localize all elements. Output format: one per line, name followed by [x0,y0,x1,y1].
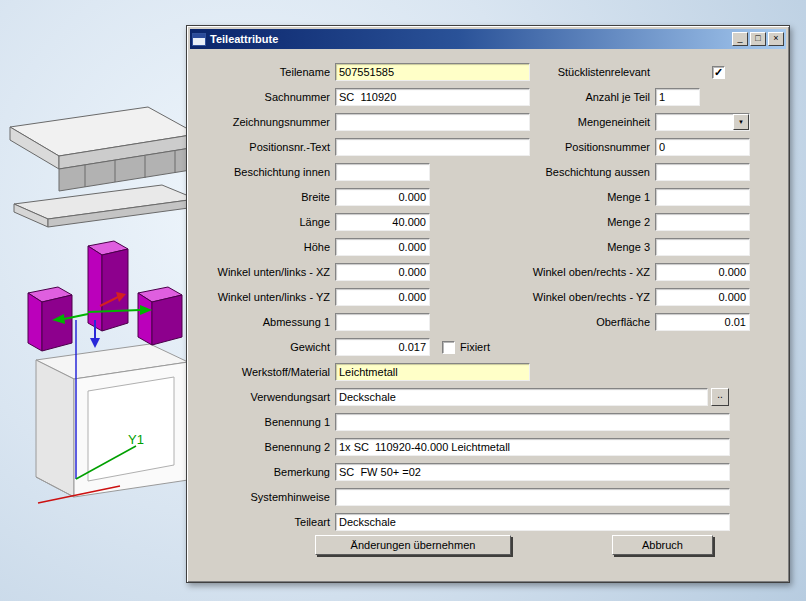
laenge-input[interactable]: 40.000 [335,213,430,231]
row-systemhinweise: Systemhinweise [190,487,730,507]
cancel-button[interactable]: Abbruch [612,535,713,555]
winkel-oben-rechts-yz-input[interactable]: 0.000 [655,288,750,306]
menge-2-label: Menge 2 [510,216,650,228]
row-stuecklistenrelevant: Stücklistenrelevant ✓ [510,62,725,82]
abmessung-1-input[interactable] [335,313,430,331]
row-benennung-2: Benennung 2 1x SC 110920-40.000 Leichtme… [190,437,730,457]
row-positionsnr-text: Positionsnr.-Text [190,137,530,157]
breite-label: Breite [190,191,330,203]
dialog-content: Teilename 507551585 Sachnummer SC 110920… [190,49,786,579]
cad-purple-blocks [28,241,182,351]
fixiert-label: Fixiert [460,341,490,353]
hoehe-input[interactable]: 0.000 [335,238,430,256]
winkel-oben-rechts-xz-input[interactable]: 0.000 [655,263,750,281]
benennung-2-input[interactable]: 1x SC 110920-40.000 Leichtmetall [335,438,730,456]
systemhinweise-label: Systemhinweise [190,491,330,503]
winkel-unten-links-yz-label: Winkel unten/links - YZ [190,291,330,303]
menge-1-input[interactable] [655,188,750,206]
zeichnungsnummer-label: Zeichnungsnummer [190,116,330,128]
row-beschichtung-innen: Beschichtung innen [190,162,430,182]
minimize-icon[interactable]: _ [732,32,748,46]
benennung-2-label: Benennung 2 [190,441,330,453]
row-verwendungsart: Verwendungsart Deckschale .. [190,387,729,407]
breite-input[interactable]: 0.000 [335,188,430,206]
apply-button[interactable]: Änderungen übernehmen [315,535,511,555]
sachnummer-input[interactable]: SC 110920 [335,88,530,106]
close-icon[interactable]: × [768,32,784,46]
benennung-1-label: Benennung 1 [190,416,330,428]
row-menge-3: Menge 3 [510,237,750,257]
oberflaeche-label: Oberfläche [510,316,650,328]
row-benennung-1: Benennung 1 [190,412,730,432]
benennung-1-input[interactable] [335,413,730,431]
row-teilename: Teilename 507551585 [190,62,530,82]
menge-3-input[interactable] [655,238,750,256]
maximize-icon[interactable]: □ [750,32,766,46]
teileart-input[interactable]: Deckschale [335,513,730,531]
menge-2-input[interactable] [655,213,750,231]
axis-label-y1: Y1 [128,432,144,447]
stuecklistenrelevant-label: Stücklistenrelevant [510,66,650,78]
verwendungsart-input[interactable]: Deckschale [335,388,708,406]
beschichtung-aussen-label: Beschichtung aussen [510,166,650,178]
row-werkstoff: Werkstoff/Material Leichtmetall [190,362,530,382]
row-winkel-oben-rechts-xz: Winkel oben/rechts - XZ 0.000 [510,262,750,282]
mengeneinheit-label: Mengeneinheit [510,116,650,128]
oberflaeche-input[interactable]: 0.01 [655,313,750,331]
row-abmessung-1: Abmessung 1 [190,312,430,332]
fixiert-checkbox[interactable] [442,341,455,354]
row-bemerkung: Bemerkung SC FW 50+ =02 [190,462,730,482]
verwendungsart-browse-button[interactable]: .. [711,388,729,406]
row-breite: Breite 0.000 [190,187,430,207]
row-gewicht: Gewicht 0.017 Fixiert [190,337,490,357]
positionsnr-text-label: Positionsnr.-Text [190,141,330,153]
gewicht-label: Gewicht [190,341,330,353]
positionsnr-text-input[interactable] [335,138,530,156]
titlebar[interactable]: Teileattribute _ □ × [190,29,786,49]
menge-3-label: Menge 3 [510,241,650,253]
zeichnungsnummer-input[interactable] [335,113,530,131]
gewicht-input[interactable]: 0.017 [335,338,430,356]
window-title: Teileattribute [210,33,730,45]
row-teileart: Teileart Deckschale [190,512,730,532]
row-zeichnungsnummer: Zeichnungsnummer [190,112,530,132]
winkel-oben-rechts-yz-label: Winkel oben/rechts - YZ [510,291,650,303]
mengeneinheit-select[interactable]: ▼ [655,113,750,131]
anzahl-je-teil-input[interactable]: 1 [655,88,700,106]
winkel-unten-links-yz-input[interactable]: 0.000 [335,288,430,306]
anzahl-je-teil-label: Anzahl je Teil [510,91,650,103]
bemerkung-input[interactable]: SC FW 50+ =02 [335,463,730,481]
row-winkel-unten-links-xz: Winkel unten/links - XZ 0.000 [190,262,430,282]
app-icon [192,33,206,46]
winkel-unten-links-xz-label: Winkel unten/links - XZ [190,266,330,278]
cad-top-profile [10,107,197,227]
beschichtung-innen-label: Beschichtung innen [190,166,330,178]
row-menge-1: Menge 1 [510,187,750,207]
beschichtung-innen-input[interactable] [335,163,430,181]
beschichtung-aussen-input[interactable] [655,163,750,181]
sachnummer-label: Sachnummer [190,91,330,103]
bemerkung-label: Bemerkung [190,466,330,478]
teilename-input[interactable]: 507551585 [335,63,530,81]
row-hoehe: Höhe 0.000 [190,237,430,257]
row-anzahl-je-teil: Anzahl je Teil 1 [510,87,700,107]
teileart-label: Teileart [190,516,330,528]
laenge-label: Länge [190,216,330,228]
row-laenge: Länge 40.000 [190,212,430,232]
teilename-label: Teilename [190,66,330,78]
teileattribute-dialog: Teileattribute _ □ × Teilename 507551585… [186,25,790,583]
verwendungsart-label: Verwendungsart [190,391,330,403]
row-winkel-unten-links-yz: Winkel unten/links - YZ 0.000 [190,287,430,307]
stuecklistenrelevant-checkbox[interactable]: ✓ [712,66,725,79]
werkstoff-input[interactable]: Leichtmetall [335,363,530,381]
row-beschichtung-aussen: Beschichtung aussen [510,162,750,182]
row-winkel-oben-rechts-yz: Winkel oben/rechts - YZ 0.000 [510,287,750,307]
abmessung-1-label: Abmessung 1 [190,316,330,328]
chevron-down-icon[interactable]: ▼ [733,114,749,130]
winkel-unten-links-xz-input[interactable]: 0.000 [335,263,430,281]
cad-frame [36,344,188,497]
positionsnummer-input[interactable]: 0 [655,138,750,156]
menge-1-label: Menge 1 [510,191,650,203]
hoehe-label: Höhe [190,241,330,253]
systemhinweise-input[interactable] [335,488,730,506]
